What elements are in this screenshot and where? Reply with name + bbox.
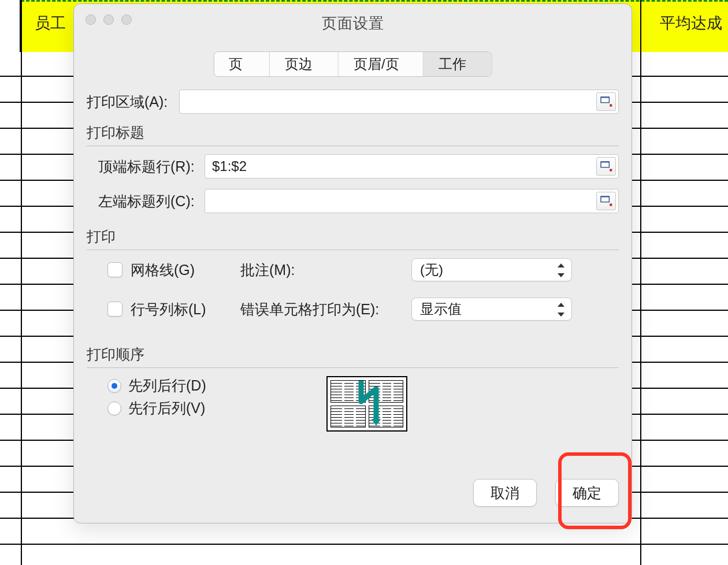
collapse-dialog-icon <box>600 95 612 108</box>
comments-value: (无) <box>420 261 443 279</box>
gridlines-checkbox[interactable] <box>107 262 122 277</box>
cancel-button[interactable]: 取消 <box>473 479 537 507</box>
chevron-updown-icon <box>556 262 566 278</box>
tab-bar: 页面 页边距 页眉/页脚 工作表 <box>213 51 492 77</box>
tab-header-footer[interactable]: 页眉/页脚 <box>339 52 424 76</box>
comments-select[interactable]: (无) <box>411 258 572 281</box>
svg-rect-5 <box>601 198 609 202</box>
page-setup-dialog: 页面设置 页面 页边距 页眉/页脚 工作表 打印区域(A): 打印标题 顶端标题… <box>73 3 632 523</box>
corner-cell <box>0 0 21 52</box>
left-cols-input[interactable] <box>205 189 619 213</box>
left-cols-ref-button[interactable] <box>596 192 616 210</box>
over-then-down-label: 先行后列(V) <box>128 399 205 418</box>
top-rows-label: 顶端标题行(R): <box>98 157 205 176</box>
svg-rect-3 <box>601 163 609 167</box>
over-then-down-radio[interactable] <box>107 402 121 415</box>
gridlines-label: 网格线(G) <box>131 261 240 280</box>
ok-button[interactable]: 确定 <box>555 479 619 507</box>
headings-checkbox[interactable] <box>107 302 122 317</box>
print-section-header: 打印 <box>87 225 619 250</box>
print-order-header: 打印顺序 <box>87 343 619 367</box>
comments-label: 批注(M): <box>240 261 411 280</box>
column-header-right: 平均达成 <box>660 13 722 34</box>
dialog-title: 页面设置 <box>74 13 632 34</box>
column-header-a: 员工 <box>35 13 66 34</box>
top-rows-value: $1:$2 <box>212 158 247 174</box>
tab-margins[interactable]: 页边距 <box>270 52 339 76</box>
top-rows-ref-button[interactable] <box>596 157 616 176</box>
chevron-updown-icon <box>556 302 566 318</box>
errors-value: 显示值 <box>420 300 462 318</box>
tab-sheet[interactable]: 工作表 <box>424 52 492 76</box>
top-rows-input[interactable]: $1:$2 <box>205 154 619 179</box>
print-area-label: 打印区域(A): <box>87 92 179 111</box>
collapse-dialog-icon <box>600 160 612 173</box>
print-order-diagram <box>326 376 407 432</box>
headings-label: 行号列标(L) <box>131 300 240 319</box>
order-arrow-icon <box>350 378 384 428</box>
collapse-dialog-icon <box>600 195 612 207</box>
print-titles-header: 打印标题 <box>87 121 619 146</box>
titlebar: 页面设置 <box>74 4 632 36</box>
svg-rect-1 <box>601 98 609 102</box>
errors-select[interactable]: 显示值 <box>411 298 572 321</box>
down-then-over-label: 先列后行(D) <box>128 376 206 395</box>
left-cols-label: 左端标题列(C): <box>98 192 205 211</box>
print-area-marker <box>21 0 728 2</box>
print-area-ref-button[interactable] <box>596 92 616 111</box>
print-area-input[interactable] <box>179 90 619 114</box>
tab-page[interactable]: 页面 <box>214 52 270 76</box>
down-then-over-radio[interactable] <box>107 379 121 393</box>
errors-label: 错误单元格打印为(E): <box>240 300 411 319</box>
